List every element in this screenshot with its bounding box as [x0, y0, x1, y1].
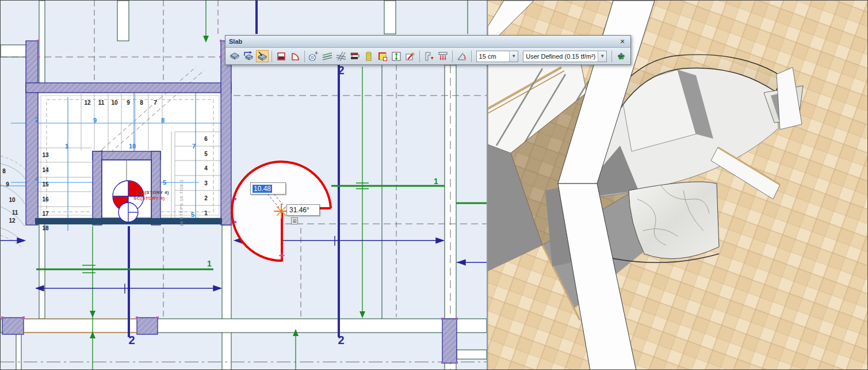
slab-load-dropdown[interactable]: User Defined (0.15 tf/m²) ▼: [523, 51, 607, 62]
archicad-window: 1211109876543211314151617188910111229811…: [0, 0, 868, 370]
slab-section-icon[interactable]: [275, 50, 288, 62]
panel-icon[interactable]: [376, 50, 389, 62]
angle-dim-icon[interactable]: [456, 50, 468, 62]
slab-thickness-dropdown[interactable]: 15 cm ▼: [476, 51, 519, 62]
slab-toolbar-window: Slab ✕ 15 cm ▼ User Defined (0.15 tf/m²)…: [225, 35, 631, 65]
column-icon[interactable]: [362, 50, 375, 62]
toolbar-separator: [304, 51, 305, 62]
tracker-angle-field[interactable]: 31.46°: [286, 204, 320, 216]
tracker-distance-input[interactable]: 10.48: [250, 182, 286, 194]
corner-drop-icon[interactable]: [423, 50, 435, 62]
toolbar-separator: [471, 51, 472, 62]
mesh-icon[interactable]: [321, 50, 334, 62]
tracker-distance-value: 10.48: [253, 185, 272, 193]
toolbar-separator: [272, 51, 272, 62]
stretch-icon[interactable]: [390, 50, 403, 62]
slab-geometry-icon[interactable]: [228, 50, 241, 62]
assign-icon[interactable]: [615, 50, 628, 62]
toolbar-separator: [419, 51, 420, 62]
crosshatch-icon[interactable]: [335, 50, 347, 62]
toolbar-separator: [452, 51, 453, 62]
tracker-angle-value: 31.46°: [289, 206, 309, 214]
layers-icon[interactable]: [349, 50, 361, 62]
slab-edge-icon[interactable]: [242, 50, 255, 62]
slab-thickness-value: 15 cm: [477, 53, 510, 60]
slab-arc-icon[interactable]: [289, 50, 301, 62]
chevron-down-icon[interactable]: ▼: [598, 51, 606, 62]
slab-toolbar-body: 15 cm ▼ User Defined (0.15 tf/m²) ▼: [225, 48, 630, 64]
tracker-more-button[interactable]: ⊞: [291, 218, 298, 224]
slab-hole-icon[interactable]: [256, 50, 269, 62]
chevron-down-icon[interactable]: ▼: [509, 51, 518, 62]
loads-icon[interactable]: [437, 50, 449, 62]
attributes-icon[interactable]: [404, 50, 416, 62]
close-icon[interactable]: ✕: [618, 37, 627, 46]
toolbar-title: Slab: [229, 38, 618, 45]
core-grid-icon[interactable]: [307, 50, 320, 62]
slab-toolbar-titlebar[interactable]: Slab ✕: [225, 36, 630, 48]
slab-load-value: User Defined (0.15 tf/m²): [523, 53, 598, 60]
